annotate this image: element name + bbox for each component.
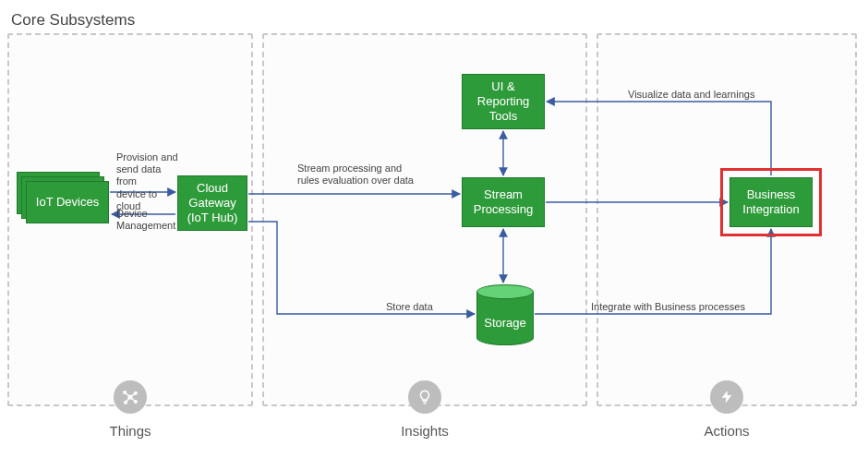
node-storage: Storage	[476, 284, 534, 345]
diagram-title: Core Subsystems	[11, 11, 135, 30]
svg-line-7	[126, 397, 130, 403]
node-business-integration: Business Integration	[729, 177, 813, 227]
edge-label-store-data: Store data	[386, 301, 433, 313]
lightning-icon	[710, 380, 743, 414]
edge-label-visualize: Visualize data and learnings	[628, 89, 754, 101]
node-stream-processing: Stream Processing	[462, 177, 545, 227]
node-label: Storage	[476, 316, 534, 330]
node-label: Stream Processing	[474, 187, 533, 218]
edge-label-device-mgmt: Device Management	[116, 208, 183, 232]
node-ui-reporting: UI & Reporting Tools	[462, 74, 545, 129]
lightbulb-icon	[408, 380, 441, 414]
svg-line-8	[130, 397, 136, 402]
column-label-actions: Actions	[597, 423, 857, 439]
edge-label-integrate: Integrate with Business processes	[591, 301, 745, 313]
edge-label-provision: Provision and send data from device to c…	[116, 151, 183, 212]
node-label: Cloud Gateway (IoT Hub)	[187, 181, 238, 226]
network-icon	[114, 380, 147, 414]
node-cloud-gateway: Cloud Gateway (IoT Hub)	[177, 175, 247, 231]
column-label-things: Things	[7, 423, 253, 439]
node-label: Business Integration	[742, 187, 799, 218]
node-label: UI & Reporting Tools	[477, 79, 529, 125]
node-label: IoT Devices	[36, 195, 99, 210]
edge-label-stream-rules: Stream processing and rules evaluation o…	[297, 163, 427, 187]
node-iot-devices: IoT Devices	[26, 181, 109, 223]
svg-line-5	[125, 392, 130, 397]
svg-marker-9	[722, 391, 732, 403]
column-label-insights: Insights	[262, 423, 587, 439]
